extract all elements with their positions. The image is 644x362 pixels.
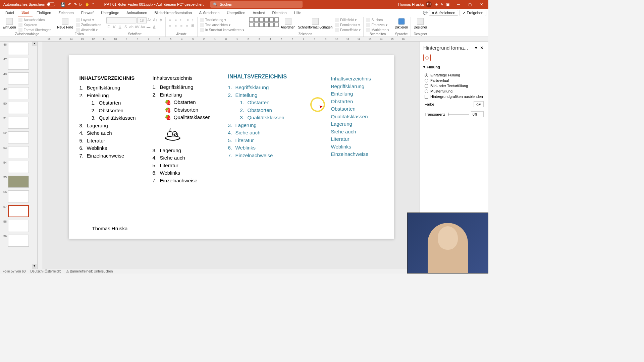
clear-format-icon[interactable]: A̷ [159,17,163,22]
fill-section-header[interactable]: ▾ Füllung [420,63,488,71]
slide-thumbnails-panel[interactable]: ▴ 46 47 48 49 50 51 52 53 54 55 56 57 58… [0,42,38,269]
line-spacing-button[interactable]: ↕ [191,17,195,22]
tab-datei[interactable]: Datei [2,9,17,16]
arrange-button[interactable]: Anordnen [280,17,296,30]
new-slide-button[interactable]: Neue Folie [56,17,74,30]
spacing-button[interactable]: AV [135,24,140,29]
designer-button[interactable]: Designer [413,17,428,30]
select-button[interactable]: Markieren ▾ [366,27,389,32]
justify-button[interactable]: ≡ [185,23,190,28]
slide[interactable]: INHALTSVERZEICHNIS 1.Begriffsklärung 2.E… [69,55,394,239]
align-left-button[interactable]: ≡ [168,23,172,28]
highlight-button[interactable]: ▬ [146,24,151,29]
tab-dictation[interactable]: Dictation [269,9,290,16]
radio-gradient-fill[interactable]: Farbverlauf [425,78,484,83]
align-center-button[interactable]: ≡ [173,23,178,28]
paste-button[interactable]: Einfügen [2,17,16,30]
underline-button[interactable]: U [118,24,122,29]
shape-effects-button[interactable]: Formeffekte ▾ [334,27,361,32]
thumbnail-51[interactable]: 51 [0,115,37,130]
tab-einfuegen[interactable]: Einfügen [33,9,54,16]
thumbnail-50[interactable]: 50 [0,101,37,115]
case-button[interactable]: Aa [141,24,145,29]
tab-bildschirm[interactable]: Bildschirmpräsentation [151,9,195,16]
shape-outline-button[interactable]: Formkontur ▾ [334,22,361,27]
transparency-spinner[interactable]: 0% [471,111,484,117]
reset-button[interactable]: Zurücksetzen [75,22,102,27]
thumbnail-47[interactable]: 47 [0,56,37,71]
tab-entwurf[interactable]: Entwurf [78,9,97,16]
bullets-button[interactable]: ≡ [168,17,172,22]
chevron-down-icon[interactable]: ▾ [474,45,479,50]
coming-soon-icon[interactable]: ◈ [435,2,438,7]
italic-button[interactable]: K [112,24,117,29]
format-painter-button[interactable]: Format übertragen [18,27,52,32]
align-text-button[interactable]: Text ausrichten ▾ [200,22,245,27]
tab-hilfe[interactable]: Hilfe [290,9,305,16]
autosave-toggle[interactable]: Automatisches Speichern [1,2,57,6]
close-button[interactable]: ✕ [476,2,487,7]
quick-styles-button[interactable]: Schnellformat-vorlagen [297,17,333,30]
fill-tab-icon[interactable] [423,54,431,61]
dictate-button[interactable]: Diktieren [394,17,409,30]
tab-ueberpruefen[interactable]: Überprüfen [223,9,249,16]
share-button[interactable]: ↗ Freigeben [460,10,486,16]
qat-more-icon[interactable]: ⁼ [92,2,94,7]
comments-icon[interactable]: 💬 [423,11,428,15]
slide-counter[interactable]: Folie 57 von 60 [3,269,25,273]
color-picker-button[interactable]: ◇▾ [474,101,484,107]
toc-column-4[interactable]: Inhaltsverzeichnis Begriffsklärung Einte… [331,75,385,158]
redo-icon[interactable]: ↷ [74,2,77,7]
text-direction-button[interactable]: Textrichtung ▾ [200,17,245,22]
replace-button[interactable]: Ersetzen ▾ [366,22,389,27]
thumbnail-56[interactable]: 56 [0,189,37,204]
smartart-button[interactable]: In SmartArt konvertieren ▾ [200,27,245,32]
thumbnail-58[interactable]: 58 [0,219,37,233]
save-icon[interactable]: 💾 [61,2,65,7]
checkbox-hide-bg-graphics[interactable]: Hintergrundgrafiken ausblenden [425,94,484,99]
thumbnail-49[interactable]: 49 [0,86,37,101]
maximize-button[interactable]: ▢ [464,2,476,7]
numbering-button[interactable]: ≡ [173,17,178,22]
shapes-gallery[interactable] [249,17,279,27]
tab-aufzeichnen[interactable]: Aufzeichnen [196,9,223,16]
tab-uebergaenge[interactable]: Übergänge [98,9,122,16]
thumbnail-57[interactable]: 57 [0,204,37,219]
layout-button[interactable]: Layout ▾ [75,17,102,22]
bold-button[interactable]: F [106,24,111,29]
decrease-font-icon[interactable]: A↓ [153,17,158,22]
font-family-select[interactable] [106,17,137,23]
thumbnail-48[interactable]: 48 [0,71,37,86]
tab-start[interactable]: Start [18,9,33,16]
scroll-down-button[interactable]: ▾ [32,264,37,269]
thumbnail-59[interactable]: 59 [0,233,37,248]
increase-font-icon[interactable]: A↑ [147,17,152,22]
search-box[interactable]: 🔍 Suchen [210,1,303,8]
radio-solid-fill[interactable]: Einfarbige Füllung [425,72,484,78]
thumbnail-55[interactable]: 55 [0,174,37,189]
slide-canvas[interactable]: INHALTSVERZEICHNIS 1.Begriffsklärung 2.E… [43,42,420,269]
transparency-slider[interactable] [448,114,469,115]
language-indicator[interactable]: Deutsch (Österreich) [30,269,61,273]
indent-inc-button[interactable]: ⇥ [185,17,190,22]
shape-fill-button[interactable]: Fülleffekt ▾ [334,17,361,22]
radio-pattern-fill[interactable]: Musterfüllung [425,88,484,94]
thumbnail-54[interactable]: 54 [0,160,37,174]
section-button[interactable]: Abschnitt ▾ [75,27,102,32]
cut-button[interactable]: Ausschneiden [18,17,52,22]
draw-icon[interactable]: ✎ [440,2,443,7]
font-color-button[interactable]: A [152,24,157,29]
slideshow-icon[interactable]: ▷ [79,2,82,7]
toc-column-2[interactable]: Inhaltsverzeichnis 1.Begriffsklärung 2.E… [153,75,220,184]
align-right-button[interactable]: ≡ [179,23,184,28]
font-size-select[interactable]: 18 [137,17,147,23]
columns-button[interactable]: ⊞ [191,23,195,28]
radio-picture-fill[interactable]: Bild- oder Texturfüllung [425,83,484,88]
undo-icon[interactable]: ↶ [68,2,71,7]
thumbnail-52[interactable]: 52 [0,130,37,145]
window-icon[interactable]: ▣ [446,2,449,7]
minimize-button[interactable]: ─ [453,2,464,7]
close-pane-button[interactable]: ✕ [479,45,485,50]
tab-zeichnen[interactable]: Zeichnen [55,9,77,16]
accessibility-checker[interactable]: ⚠ Barrierefreiheit: Untersuchen [66,269,113,273]
